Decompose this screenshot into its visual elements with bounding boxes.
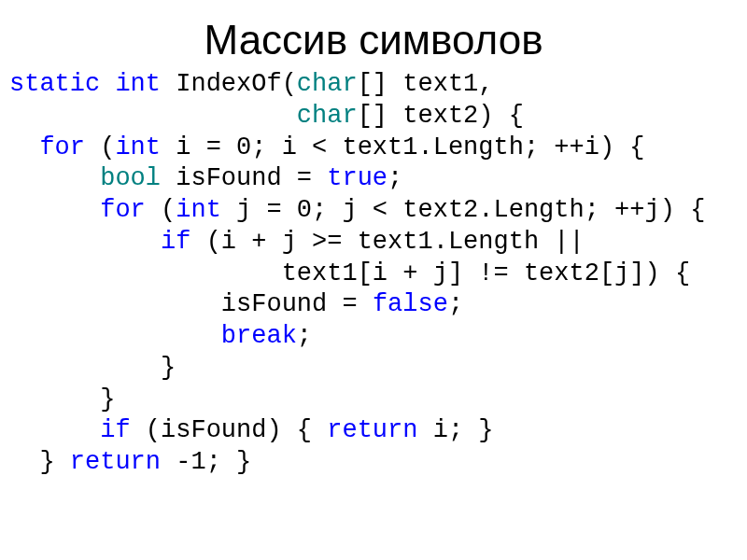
close-brace: } (161, 354, 176, 382)
kw-return: return (70, 448, 161, 476)
sig-rest: [] text2) { (358, 102, 524, 130)
close-brace: } (39, 448, 69, 476)
indent (9, 102, 297, 130)
kw-return: return (327, 416, 417, 444)
semicolon: ; (388, 164, 402, 192)
slide-title: Массив символов (0, 17, 747, 63)
kw-if: if (161, 228, 190, 256)
kw-int: int (176, 196, 221, 224)
kw-false: false (373, 290, 448, 318)
kw-for: for (39, 133, 85, 161)
kw-if: if (100, 416, 130, 444)
return-rest: i; } (417, 416, 493, 444)
close-brace: } (100, 385, 115, 413)
indent (9, 196, 100, 224)
indent (9, 322, 221, 350)
indent (9, 448, 39, 476)
if-cond: (i + j >= text1.Length || (190, 228, 584, 256)
type-char: char (297, 102, 358, 130)
indent (9, 133, 39, 161)
semicolon: ; (448, 290, 463, 318)
indent (9, 228, 161, 256)
if-open: (isFound) { (131, 416, 328, 444)
kw-static: static (9, 70, 100, 98)
fn-name: IndexOf( (161, 70, 297, 98)
for-cond: i = 0; i < text1.Length; ++i) { (161, 133, 644, 161)
indent (9, 416, 100, 444)
kw-break: break (221, 322, 297, 350)
if-cond: text1[i + j] != text2[j]) { (282, 259, 690, 287)
indent (9, 259, 282, 287)
type-char: char (297, 70, 358, 98)
indent (9, 164, 100, 192)
sig-rest: [] text1, (358, 70, 494, 98)
kw-true: true (327, 164, 388, 192)
assign: isFound = (221, 290, 373, 318)
type-bool: bool (100, 164, 161, 192)
decl-mid: isFound = (161, 164, 327, 192)
kw-int: int (115, 70, 161, 98)
indent (9, 290, 221, 318)
for-open: ( (85, 133, 115, 161)
indent (9, 354, 161, 382)
for-cond: j = 0; j < text2.Length; ++j) { (221, 196, 705, 224)
for-open: ( (146, 196, 176, 224)
semicolon: ; (297, 322, 312, 350)
return-rest: -1; } (161, 448, 251, 476)
slide: Массив символов static int IndexOf(char[… (0, 0, 747, 560)
kw-int: int (115, 133, 161, 161)
kw-for: for (100, 196, 146, 224)
code-block: static int IndexOf(char[] text1, char[] … (0, 69, 747, 479)
indent (9, 385, 100, 413)
